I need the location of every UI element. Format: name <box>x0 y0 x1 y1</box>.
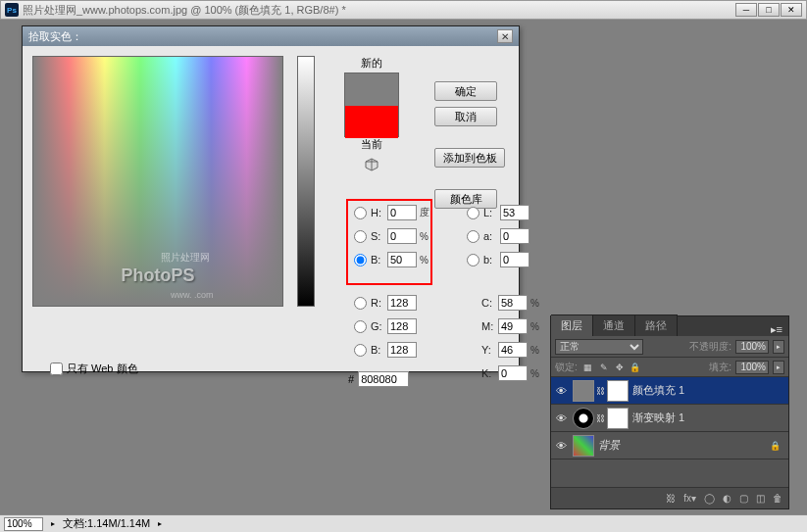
lock-transparency-icon[interactable]: ▦ <box>581 361 595 374</box>
fill-label: 填充: <box>709 361 731 374</box>
m-input[interactable] <box>498 318 528 334</box>
panel-menu-icon[interactable]: ▸≡ <box>765 323 788 336</box>
k-input[interactable] <box>498 365 528 381</box>
hue-input[interactable] <box>387 205 417 220</box>
g-input[interactable] <box>387 318 417 334</box>
a-field[interactable]: a: <box>467 228 546 244</box>
b-radio[interactable] <box>467 254 479 266</box>
hex-field: # <box>348 371 409 387</box>
black-field: K:% <box>467 365 544 381</box>
minimize-button[interactable]: ─ <box>735 3 757 17</box>
close-button[interactable]: ✕ <box>781 3 802 17</box>
c-input[interactable] <box>498 295 528 311</box>
sat-radio[interactable] <box>354 230 367 243</box>
g-radio[interactable] <box>354 320 367 333</box>
fx-icon[interactable]: fx▾ <box>683 493 696 504</box>
layer-thumb[interactable] <box>573 408 594 429</box>
maximize-button[interactable]: □ <box>758 3 780 17</box>
current-color-swatch <box>345 106 398 138</box>
tab-paths[interactable]: 路径 <box>635 314 678 336</box>
hex-input[interactable] <box>358 371 409 387</box>
zoom-arrow-icon[interactable]: ▸ <box>51 519 55 528</box>
b-input[interactable] <box>500 252 530 267</box>
brightness-field[interactable]: B:% <box>354 252 433 267</box>
a-input[interactable] <box>500 228 530 244</box>
web-colors-checkbox[interactable]: 只有 Web 颜色 <box>50 362 138 376</box>
lightness-field[interactable]: L: <box>467 205 546 220</box>
bc-radio[interactable] <box>354 344 367 357</box>
dialog-title: 拾取实色： <box>28 29 82 44</box>
layer-item[interactable]: 👁 ⛓ 渐变映射 1 <box>551 405 788 432</box>
lock-paint-icon[interactable]: ✎ <box>597 361 611 374</box>
visibility-icon[interactable]: 👁 <box>553 411 569 426</box>
link-icon: ⛓ <box>596 413 605 423</box>
layer-name[interactable]: 背景 <box>598 438 620 453</box>
hue-radio[interactable] <box>354 207 367 219</box>
dialog-close-button[interactable]: ✕ <box>497 29 513 43</box>
bc-input[interactable] <box>387 342 417 358</box>
opacity-arrow[interactable]: ▸ <box>773 340 784 354</box>
layers-panel: 图层 通道 路径 ▸≡ 正常 不透明度: ▸ 锁定: ▦ ✎ ✥ 🔒 填充: ▸… <box>550 315 789 509</box>
dialog-titlebar[interactable]: 拾取实色： ✕ <box>23 26 519 46</box>
a-radio[interactable] <box>467 230 479 243</box>
visibility-icon[interactable]: 👁 <box>553 383 569 399</box>
green-field[interactable]: G: <box>354 318 433 334</box>
web-checkbox[interactable] <box>50 363 63 375</box>
new-color-label: 新的 <box>328 56 415 71</box>
layer-item[interactable]: 👁 ⛓ 颜色填充 1 <box>551 377 788 405</box>
cube-icon[interactable] <box>365 158 378 171</box>
new-color-swatch <box>345 73 398 106</box>
y-input[interactable] <box>498 342 528 358</box>
blue-field[interactable]: B: <box>354 342 433 358</box>
hue-field[interactable]: H:度 <box>354 205 433 220</box>
layer-name[interactable]: 渐变映射 1 <box>632 411 684 425</box>
layer-thumb[interactable] <box>573 380 594 402</box>
bright-input[interactable] <box>387 252 417 267</box>
blend-mode-select[interactable]: 正常 <box>555 339 643 355</box>
doc-size-label: 文档:1.14M/1.14M <box>63 516 150 531</box>
color-spectrum[interactable]: 照片处理网 PhotoPS www. .com <box>32 56 283 307</box>
opacity-input[interactable] <box>735 340 769 354</box>
red-field[interactable]: R: <box>354 295 433 311</box>
r-input[interactable] <box>387 295 417 311</box>
l-radio[interactable] <box>467 207 479 219</box>
b-field[interactable]: b: <box>467 252 546 267</box>
fill-input[interactable] <box>735 361 769 374</box>
cancel-button[interactable]: 取消 <box>434 107 497 126</box>
new-layer-icon[interactable]: ◫ <box>756 493 765 504</box>
lock-position-icon[interactable]: ✥ <box>613 361 627 374</box>
magenta-field: M:% <box>467 318 544 334</box>
r-radio[interactable] <box>354 297 367 310</box>
sat-input[interactable] <box>387 228 417 244</box>
mask-thumb[interactable] <box>607 408 629 429</box>
l-input[interactable] <box>500 205 530 220</box>
layer-name[interactable]: 颜色填充 1 <box>632 383 684 398</box>
watermark-text: 照片处理网 <box>161 251 210 265</box>
brightness-slider[interactable] <box>297 56 315 307</box>
bright-radio[interactable] <box>354 254 367 266</box>
group-icon[interactable]: ▢ <box>739 493 748 504</box>
document-title: 照片处理网_www.photops.com.jpg @ 100% (颜色填充 1… <box>23 3 731 18</box>
tab-channels[interactable]: 通道 <box>593 314 635 336</box>
tab-layers[interactable]: 图层 <box>551 314 593 336</box>
layer-thumb[interactable] <box>573 435 594 457</box>
info-arrow-icon[interactable]: ▸ <box>158 519 162 528</box>
lock-all-icon[interactable]: 🔒 <box>629 361 642 374</box>
visibility-icon[interactable]: 👁 <box>553 438 569 454</box>
add-swatch-button[interactable]: 添加到色板 <box>434 148 505 168</box>
link-layers-icon[interactable]: ⛓ <box>666 493 676 504</box>
ok-button[interactable]: 确定 <box>434 81 497 101</box>
current-color-label: 当前 <box>328 137 415 152</box>
saturation-field[interactable]: S:% <box>354 228 433 244</box>
mask-thumb[interactable] <box>607 380 629 402</box>
zoom-input[interactable] <box>4 517 43 531</box>
layer-item[interactable]: 👁 背景 🔒 <box>551 432 788 459</box>
color-picker-dialog: 拾取实色： ✕ 照片处理网 PhotoPS www. .com 新的 当前 确定… <box>22 25 520 372</box>
opacity-label: 不透明度: <box>689 340 731 354</box>
mask-icon[interactable]: ◯ <box>704 493 715 504</box>
layers-footer: ⛓ fx▾ ◯ ◐ ▢ ◫ 🗑 <box>551 487 788 508</box>
fill-arrow[interactable]: ▸ <box>773 361 784 374</box>
trash-icon[interactable]: 🗑 <box>773 493 782 504</box>
status-bar: ▸ 文档:1.14M/1.14M ▸ <box>0 514 807 532</box>
adjustment-icon[interactable]: ◐ <box>723 493 731 504</box>
